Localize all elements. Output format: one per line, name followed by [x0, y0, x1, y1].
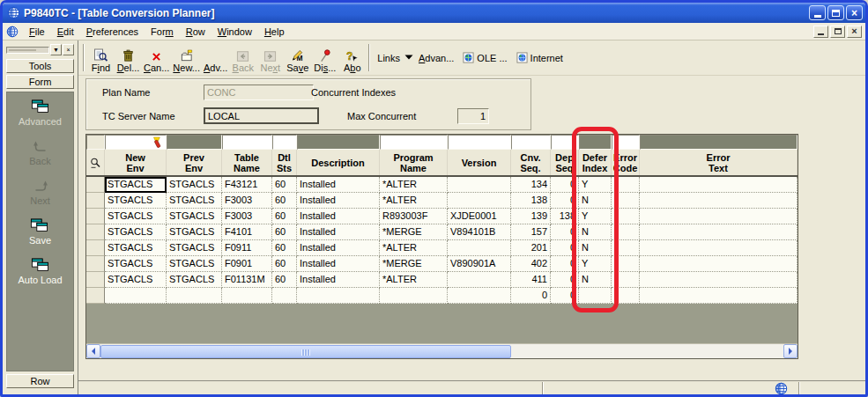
exit-bar-dropdown-button[interactable]: ▼ — [50, 44, 62, 55]
mdi-close-button[interactable]: × — [847, 26, 862, 38]
grid-cell[interactable]: STGACLS — [167, 256, 222, 272]
grid-cell[interactable]: R893003F — [380, 209, 448, 224]
qbe-cell-error_code[interactable] — [612, 135, 640, 150]
grid-cell[interactable] — [640, 256, 798, 272]
column-header-description[interactable]: Description — [297, 150, 380, 175]
toolbar-button-can[interactable]: Can... — [142, 42, 171, 74]
grid-cell[interactable] — [448, 177, 511, 193]
qbe-cell-new_env[interactable] — [105, 135, 167, 150]
sidebar-row-button[interactable]: Row — [6, 374, 74, 388]
grid-cell[interactable]: V894101B — [448, 224, 511, 240]
row-header[interactable] — [86, 224, 105, 240]
exit-bar-close-button[interactable]: × — [63, 44, 74, 55]
grid-cell[interactable]: *MERGE — [380, 256, 448, 272]
grid-cell[interactable]: Installed — [297, 193, 380, 209]
menu-item-edit[interactable]: Edit — [51, 25, 80, 39]
grid-cell[interactable] — [448, 240, 511, 256]
mdi-restore-button[interactable] — [830, 26, 845, 38]
grid-cell[interactable]: *MERGE — [380, 224, 448, 240]
grid-cell[interactable] — [167, 288, 222, 304]
grid-cell[interactable]: Y — [579, 256, 612, 272]
grid-cell[interactable]: F3003 — [222, 209, 272, 224]
grid-cell[interactable]: 60 — [272, 224, 297, 240]
grid-cell[interactable] — [612, 272, 640, 288]
grid-cell[interactable]: Installed — [297, 224, 380, 240]
grid-cell[interactable]: 411 — [511, 272, 551, 288]
grid-cell[interactable]: STGACLS — [167, 193, 222, 209]
menu-item-file[interactable]: File — [23, 25, 51, 39]
grid-cell[interactable]: 0 — [551, 177, 579, 193]
qbe-cell-dep_seq[interactable] — [551, 135, 579, 150]
grid-cell[interactable]: STGACLS — [167, 272, 222, 288]
grid-cell[interactable]: N — [579, 240, 612, 256]
grid-cell[interactable]: 60 — [272, 209, 297, 224]
grid-cell[interactable]: STGACLS — [105, 193, 167, 209]
grid-cell[interactable]: *ALTER — [380, 193, 448, 209]
menu-item-window[interactable]: Window — [211, 25, 258, 39]
grid-cell[interactable] — [640, 240, 798, 256]
grid-cell[interactable]: STGACLS — [105, 177, 167, 193]
toolbar-button-new[interactable]: New... — [171, 42, 202, 74]
grid-cell[interactable]: *ALTER — [380, 240, 448, 256]
grid-cell[interactable] — [612, 256, 640, 272]
grid-cell[interactable]: STGACLS — [167, 177, 222, 193]
grid-cell[interactable]: 402 — [511, 256, 551, 272]
column-header-defer_index[interactable]: Defer Index — [579, 150, 612, 175]
scroll-right-button[interactable] — [783, 344, 798, 358]
scroll-left-button[interactable] — [86, 344, 100, 358]
scrollbar-thumb[interactable] — [100, 345, 511, 358]
grid-cell[interactable] — [640, 288, 798, 304]
grid-cell[interactable]: 138 — [511, 193, 551, 209]
toolbar-button-find[interactable]: Find — [87, 42, 115, 74]
mdi-minimize-button[interactable] — [813, 26, 828, 38]
grid-cell[interactable] — [612, 193, 640, 209]
grid-cell[interactable]: 60 — [272, 256, 297, 272]
grid-cell[interactable] — [640, 177, 798, 193]
grid-cell[interactable]: 157 — [511, 224, 551, 240]
horizontal-scrollbar[interactable] — [86, 343, 798, 358]
grid-cell[interactable]: F43121 — [222, 177, 272, 193]
column-header-prev_env[interactable]: Prev Env — [167, 150, 222, 175]
grid-cell[interactable] — [448, 272, 511, 288]
column-header-rowhead[interactable] — [86, 150, 105, 175]
grid-cell[interactable] — [579, 288, 612, 304]
grid-cell[interactable]: STGACLS — [105, 224, 167, 240]
grid-cell[interactable]: STGACLS — [105, 209, 167, 224]
grid-cell[interactable]: F0901 — [222, 256, 272, 272]
column-header-error_text[interactable]: Error Text — [640, 150, 798, 175]
grid-cell[interactable] — [612, 224, 640, 240]
grid-cell[interactable] — [297, 288, 380, 304]
grid-cell[interactable] — [105, 288, 167, 304]
max-concurrent-field[interactable] — [457, 108, 489, 124]
menu-item-form[interactable]: Form — [145, 25, 180, 39]
grid-cell[interactable]: STGACLS — [167, 240, 222, 256]
grid-cell[interactable]: 134 — [511, 177, 551, 193]
toolbar-button-dis[interactable]: Dis... — [311, 42, 338, 74]
grid-cell[interactable]: Y — [579, 209, 612, 224]
toolbar-button-adv[interactable]: Adv... — [202, 42, 229, 74]
qbe-cell-program_name[interactable] — [380, 135, 448, 150]
column-header-new_env[interactable]: New Env — [105, 150, 167, 175]
grid-cell[interactable]: 60 — [272, 193, 297, 209]
grid-cell[interactable]: Installed — [297, 177, 380, 193]
grid-cell[interactable]: N — [579, 224, 612, 240]
qbe-cell-dtl_sts[interactable] — [272, 135, 297, 150]
toolbar-button-next[interactable]: Next — [256, 42, 284, 74]
column-header-version[interactable]: Version — [448, 150, 511, 175]
grid-cell[interactable]: STGACLS — [167, 209, 222, 224]
grid-cell[interactable] — [448, 288, 511, 304]
grid-cell[interactable]: 0 — [551, 224, 579, 240]
link-item-ole[interactable]: OLE ... — [463, 52, 507, 63]
grid-cell[interactable] — [612, 240, 640, 256]
row-header[interactable] — [86, 209, 105, 224]
grid-cell[interactable] — [612, 288, 640, 304]
column-header-dtl_sts[interactable]: Dtl Sts — [272, 150, 297, 175]
column-header-cnv_seq[interactable]: Cnv. Seq. — [511, 150, 551, 175]
toolbar-button-back[interactable]: Back — [229, 42, 256, 74]
grid-cell[interactable] — [640, 209, 798, 224]
qbe-cell-table_name[interactable] — [222, 135, 272, 150]
qbe-cell-version[interactable] — [448, 135, 511, 150]
sidebar-item-auto-load[interactable]: Auto Load — [18, 258, 62, 285]
grid-cell[interactable] — [640, 193, 798, 209]
grid-cell[interactable] — [380, 288, 448, 304]
